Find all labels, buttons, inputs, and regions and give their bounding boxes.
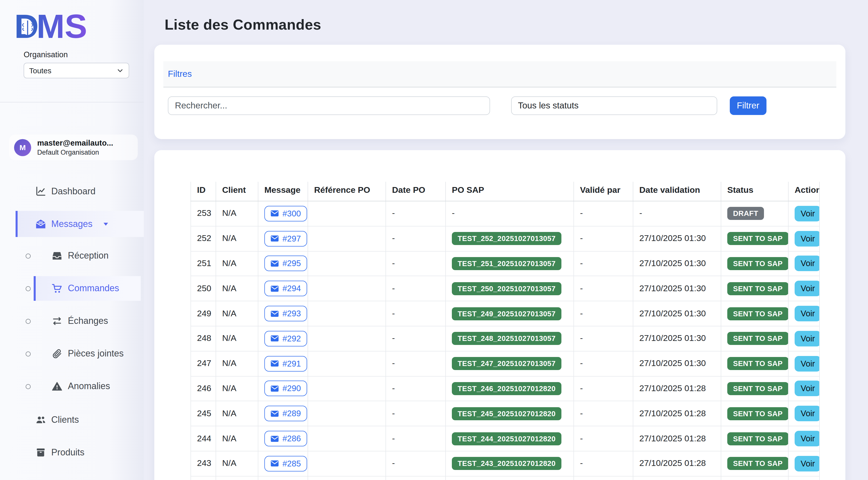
cell-date-validation: 27/10/2025 01:30 [633,351,721,376]
cell-message: #300 [258,201,308,226]
table-row: 250N/A#294-TEST_250_20251027013057-27/10… [191,276,819,301]
voir-button[interactable]: Voir [795,406,819,421]
message-button[interactable]: #286 [265,431,307,446]
sidebar-subitem-anomalies[interactable]: Anomalies [0,374,144,399]
table-header-row: IDClientMessageRéférence PODate POPO SAP… [191,182,819,201]
po-sap-badge: TEST_250_20251027013057 [452,282,561,295]
voir-button[interactable]: Voir [795,231,819,246]
message-button[interactable]: #292 [265,331,307,346]
cart-icon [52,283,62,294]
envelope-icon [270,435,279,442]
sidebar-item-produits[interactable]: Produits [0,439,144,466]
cell-message: #285 [258,451,308,476]
message-button[interactable]: #300 [265,206,307,221]
voir-button[interactable]: Voir [795,281,819,297]
cell-reference-po [308,201,386,226]
sidebar-subitem-echanges[interactable]: Échanges [0,309,144,333]
message-button[interactable]: #294 [265,281,307,297]
message-button[interactable]: #290 [265,381,307,397]
cell-actions: Voir [788,201,819,226]
cell-id: 244 [191,426,216,451]
cell-status: SENT TO SAP [721,376,788,401]
cell-message: #297 [258,226,308,251]
cell-message: #286 [258,426,308,451]
cell-reference-po [308,326,386,351]
cell-valide-par: - [574,226,633,251]
table-row: 247N/A#291-TEST_247_20251027013057-27/10… [191,351,819,376]
message-button[interactable]: #289 [265,406,307,421]
users-icon [35,414,46,425]
cell-reference-po [308,376,386,401]
cell-client: N/A [216,251,258,276]
bullet-icon [25,318,30,323]
cell-message: #291 [258,351,308,376]
column-header-valide-par: Validé par [574,182,633,201]
voir-button[interactable]: Voir [795,206,819,221]
user-card[interactable]: M master@emailauto... Default Organisati… [9,135,138,160]
cell-valide-par: - [574,301,633,326]
table-row: 242N/A#284-TEST_242_20251027012700-27/10… [191,476,819,480]
cell-status: SENT TO SAP [721,401,788,426]
cell-status: DRAFT [721,201,788,226]
organisation-label: Organisation [24,50,144,59]
search-input[interactable] [168,96,490,115]
cell-po-sap: TEST_250_20251027013057 [445,276,574,301]
envelope-icon [270,285,279,292]
status-badge: SENT TO SAP [727,457,788,470]
message-button[interactable]: #291 [265,356,307,371]
voir-button[interactable]: Voir [795,381,819,397]
voir-button[interactable]: Voir [795,256,819,271]
sidebar-item-dashboard[interactable]: Dashboard [0,178,144,204]
voir-button[interactable]: Voir [795,331,819,346]
voir-button[interactable]: Voir [795,431,819,446]
cell-id: 246 [191,376,216,401]
cell-date-validation: 27/10/2025 01:28 [633,451,721,476]
cell-valide-par: - [574,251,633,276]
message-button[interactable]: #293 [265,306,307,321]
cell-date-validation: 27/10/2025 01:30 [633,251,721,276]
cell-valide-par: - [574,326,633,351]
filters-card: Filtres Tous les statuts Filtrer [154,45,845,139]
cell-valide-par: - [574,401,633,426]
cell-message: #284 [258,476,308,480]
svg-text:MS: MS [36,12,87,43]
column-header-message: Message [258,182,308,201]
sidebar-item-messages[interactable]: Messages [16,211,144,237]
voir-button[interactable]: Voir [795,306,819,321]
message-button[interactable]: #295 [265,256,307,271]
cell-date-po: - [386,401,445,426]
envelope-icon [270,310,279,317]
sidebar-subitem-pieces-jointes[interactable]: Pièces jointes [0,341,144,366]
po-sap-badge: TEST_252_20251027013057 [452,232,561,245]
cell-date-validation: 27/10/2025 01:28 [633,401,721,426]
sidebar-subitem-reception[interactable]: Réception [0,243,144,268]
status-badge: SENT TO SAP [727,307,788,320]
voir-button[interactable]: Voir [795,356,819,371]
bullet-icon [25,351,30,356]
cell-valide-par: - [574,476,633,480]
bullet-icon [25,253,30,258]
status-badge: SENT TO SAP [727,282,788,295]
cell-id: 251 [191,251,216,276]
sidebar-item-transporteurs[interactable]: Transporteurs [0,472,144,480]
message-button[interactable]: #285 [265,456,307,472]
envelope-icon [270,235,279,242]
sidebar-subitem-commandes[interactable]: Commandes [0,276,144,301]
organisation-select[interactable]: Toutes [24,63,129,78]
table-row: 249N/A#293-TEST_249_20251027013057-27/10… [191,301,819,326]
message-button[interactable]: #297 [265,231,307,246]
filter-button[interactable]: Filtrer [730,96,766,115]
cell-date-po: - [386,276,445,301]
cell-actions: Voir [788,251,819,276]
voir-button[interactable]: Voir [795,456,819,472]
cell-po-sap: TEST_252_20251027013057 [445,226,574,251]
cell-date-validation: 27/10/2025 01:30 [633,276,721,301]
sidebar-item-clients[interactable]: Clients [0,407,144,433]
column-header-reference-po: Référence PO [308,182,386,201]
cell-reference-po [308,451,386,476]
cell-valide-par: - [574,451,633,476]
cell-actions: Voir [788,301,819,326]
status-select[interactable]: Tous les statuts [511,96,717,115]
cell-client: N/A [216,476,258,480]
cell-id: 249 [191,301,216,326]
